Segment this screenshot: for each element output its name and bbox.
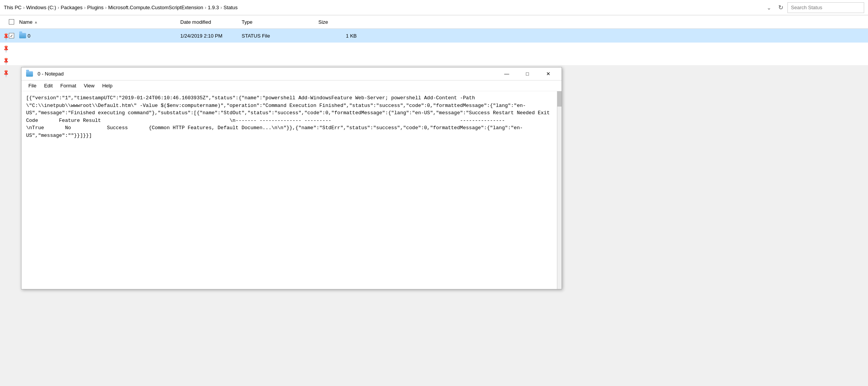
breadcrumb-sep-5: › [205,5,206,10]
notepad-menubar: File Edit Format View Help [21,80,562,91]
file-explorer: This PC › Windows (C:) › Packages › Plug… [0,0,868,65]
column-header-type[interactable]: Type [242,19,318,25]
notepad-title: 0 - Notepad [38,71,495,77]
refresh-button[interactable]: ↻ [776,3,785,12]
breadcrumb-windows-c[interactable]: Windows (C:) [26,5,56,10]
notepad-titlebar: 0 - Notepad — □ ✕ [21,67,562,80]
breadcrumb-this-pc[interactable]: This PC [4,5,21,10]
column-header-size[interactable]: Size [318,19,357,25]
breadcrumb-status[interactable]: Status [224,5,238,10]
menu-format[interactable]: Format [56,80,80,91]
file-type-label: STATUS File [242,33,318,39]
notepad-window: 0 - Notepad — □ ✕ File Edit Format View … [21,67,562,289]
notepad-title-icon [26,71,33,77]
address-bar: This PC › Windows (C:) › Packages › Plug… [0,0,868,15]
file-size: 1 KB [318,33,357,39]
sidebar-pins: 📌 📌 📌 📌 [0,31,12,77]
sort-arrow-icon: ▲ [34,20,38,24]
pin-icon-1[interactable]: 📌 [2,33,10,41]
breadcrumb: This PC › Windows (C:) › Packages › Plug… [4,5,762,10]
breadcrumb-sep-3: › [84,5,86,10]
file-name: 0 [28,33,30,39]
address-bar-actions: ⌄ ↻ [764,2,864,13]
file-type-icon [19,33,26,38]
notepad-maximize-button[interactable]: □ [519,69,536,79]
select-all-checkbox[interactable] [4,19,19,25]
menu-view[interactable]: View [80,80,99,91]
header-checkbox[interactable] [9,19,14,25]
pin-icon-3[interactable]: 📌 [2,57,10,66]
file-row[interactable]: 0 1/24/2019 2:10 PM STATUS File 1 KB [0,29,868,43]
breadcrumb-extension[interactable]: Microsoft.Compute.CustomScriptExtension [108,5,203,10]
menu-help[interactable]: Help [98,80,116,91]
breadcrumb-sep-2: › [58,5,59,10]
breadcrumb-version[interactable]: 1.9.3 [208,5,219,10]
menu-edit[interactable]: Edit [40,80,56,91]
pin-icon-4[interactable]: 📌 [2,69,10,78]
file-date-modified: 1/24/2019 2:10 PM [180,33,242,39]
breadcrumb-sep-1: › [23,5,25,10]
file-name-cell: 0 [19,33,180,39]
pin-icon-2[interactable]: 📌 [2,45,10,54]
notepad-close-button[interactable]: ✕ [539,69,557,79]
column-header-date[interactable]: Date modified [180,19,242,25]
notepad-content[interactable]: [{"version":"1","timestampUTC":"2019-01-… [21,91,562,289]
search-input[interactable] [787,2,864,13]
column-headers: Name ▲ Date modified Type Size [0,15,868,29]
notepad-scrollbar[interactable] [557,91,562,289]
breadcrumb-plugins[interactable]: Plugins [87,5,104,10]
breadcrumb-sep-6: › [221,5,222,10]
column-header-name[interactable]: Name ▲ [19,19,180,25]
notepad-minimize-button[interactable]: — [498,69,516,79]
breadcrumb-expand-button[interactable]: ⌄ [764,3,774,12]
breadcrumb-packages[interactable]: Packages [61,5,82,10]
menu-file[interactable]: File [25,80,40,91]
scrollbar-thumb[interactable] [557,91,562,107]
breadcrumb-sep-4: › [105,5,107,10]
